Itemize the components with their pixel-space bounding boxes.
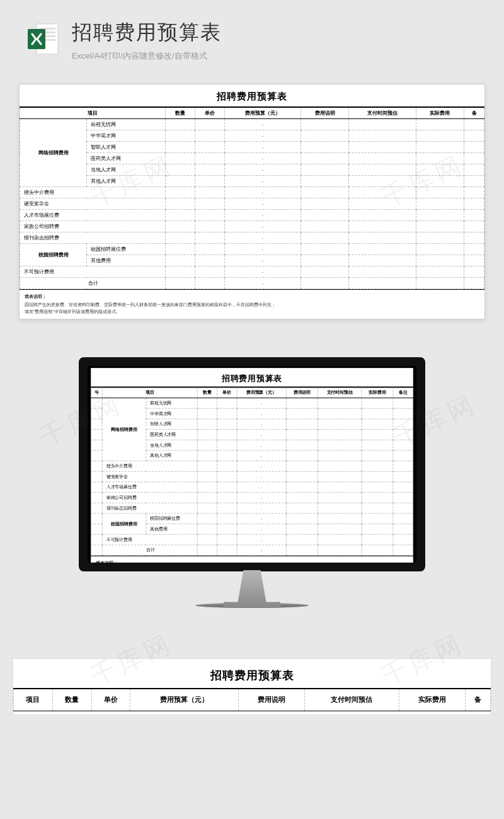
budget-table-crop: 项目数量单价费用预算（元）费用说明支付时间预估实际费用备	[13, 688, 491, 712]
table-notes-monitor: 填表说明： 1.因招聘产生的差旅费、宣传资料印刷费、交际费等统一列入财务部统一发…	[91, 556, 413, 571]
page-title: 招聘费用预算表	[72, 19, 222, 47]
spreadsheet-preview-top: 招聘费用预算表 项目数量单价费用预算（元）费用说明支付时间预估实际费用备 网络招…	[19, 84, 485, 319]
monitor-mockup: 招聘费用预算表 号项目数量单价费用预算（元）费用说明支付时间预估实际费用备注 网…	[0, 357, 504, 608]
spreadsheet-preview-crop: 招聘费用预算表 项目数量单价费用预算（元）费用说明支付时间预估实际费用备	[13, 658, 491, 715]
sheet-title: 招聘费用预算表	[20, 84, 484, 106]
budget-table-monitor: 号项目数量单价费用预算（元）费用说明支付时间预估实际费用备注 网络招聘费用前程无…	[91, 386, 413, 556]
budget-table: 项目数量单价费用预算（元）费用说明支付时间预估实际费用备 网络招聘费用前程无忧网…	[20, 106, 484, 289]
table-notes: 填表说明： 因招聘产生的差旅费、宣传资料印刷费、交际费等统一列入财务部统一发放的…	[20, 289, 484, 319]
page-header: 招聘费用预算表 Excel/A4打印/内容随意修改/自带格式	[0, 0, 504, 77]
page-subtitle: Excel/A4打印/内容随意修改/自带格式	[72, 50, 222, 62]
sheet-title-crop: 招聘费用预算表	[13, 659, 491, 688]
sheet-title-monitor: 招聘费用预算表	[91, 368, 413, 386]
excel-icon	[25, 21, 60, 59]
